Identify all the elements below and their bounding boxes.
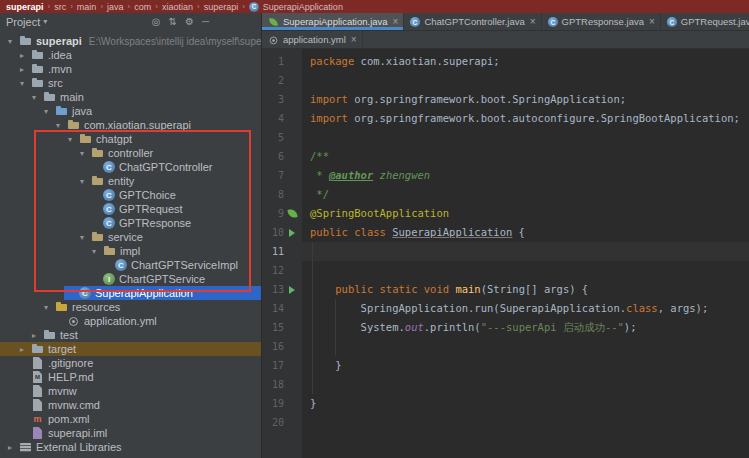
chevron-down-icon[interactable]: ▾ [41, 303, 51, 312]
tree-item-label: GPTResponse [119, 217, 191, 229]
breadcrumb-item-SuperapiApplication[interactable]: SuperapiApplication [262, 2, 344, 12]
editor-line-6: 6/** [262, 147, 749, 166]
hide-panel-icon[interactable]: ─ [202, 16, 209, 27]
tree-item-label: application.yml [84, 315, 157, 327]
tree-item-ChatGPTController[interactable]: CChatGPTController [0, 160, 261, 174]
close-tab-icon[interactable]: × [393, 16, 399, 27]
package-icon [91, 147, 104, 159]
file-icon [31, 357, 44, 369]
line-number: 6 [262, 147, 284, 166]
tree-item-application.yml[interactable]: application.yml [0, 314, 261, 328]
tree-item-superapi.iml[interactable]: superapi.iml [0, 426, 261, 440]
tree-item-mvnw[interactable]: mvnw [0, 384, 261, 398]
tree-item-main[interactable]: ▾main [0, 90, 261, 104]
chevron-right-icon[interactable]: ▸ [17, 51, 27, 60]
tree-item-GPTChoice[interactable]: CGPTChoice [0, 188, 261, 202]
chevron-down-icon[interactable]: ▾ [77, 149, 87, 158]
editor-line-2: 2 [262, 71, 749, 90]
tree-item-superapi[interactable]: ▾superapiE:\Workspaces\intellij idea\mys… [0, 34, 261, 48]
breadcrumb-item-superapi[interactable]: superapi [203, 2, 240, 12]
tree-item-controller[interactable]: ▾controller [0, 146, 261, 160]
line-number: 11 [262, 242, 284, 261]
tab-application.yml[interactable]: application.yml× [262, 31, 363, 48]
tree-item-label: HELP.md [48, 371, 94, 383]
chevron-down-icon[interactable]: ▾ [65, 135, 75, 144]
close-tab-icon[interactable]: × [351, 34, 357, 45]
tree-item-entity[interactable]: ▾entity [0, 174, 261, 188]
chevron-right-icon[interactable]: ▸ [17, 345, 27, 354]
chevron-down-icon[interactable]: ▾ [53, 121, 63, 130]
tab-GPTResponse.java[interactable]: CGPTResponse.java× [542, 13, 661, 30]
breadcrumb-item-superapi[interactable]: superapi [5, 2, 45, 12]
chevron-right-icon[interactable]: ▸ [5, 443, 15, 452]
expand-collapse-icon[interactable]: ⇅ [169, 16, 177, 27]
breadcrumb-item-java[interactable]: java [106, 2, 125, 12]
tree-item-.idea[interactable]: ▸.idea [0, 48, 261, 62]
libs-icon [19, 441, 32, 453]
tree-item-service[interactable]: ▾service [0, 230, 261, 244]
tab-SuperapiApplication.java[interactable]: SuperapiApplication.java× [262, 13, 404, 30]
tab-ChatGPTController.java[interactable]: CChatGPTController.java× [404, 13, 541, 30]
breadcrumb-item-com[interactable]: com [133, 2, 152, 12]
chevron-down-icon[interactable]: ▾ [5, 37, 15, 46]
chevron-down-icon[interactable]: ▾ [29, 93, 39, 102]
chevron-down-icon[interactable]: ▾ [77, 233, 87, 242]
tree-item-com.xiaotian.superapi[interactable]: ▾com.xiaotian.superapi [0, 118, 261, 132]
editor-line-11: 11 [262, 242, 749, 261]
tree-item-label: superapi [36, 35, 82, 47]
code-line: public static void main(String[] args) { [302, 280, 749, 299]
breadcrumb-separator: › [155, 2, 158, 11]
leaf-icon [268, 16, 279, 26]
run-button[interactable] [284, 229, 300, 237]
tree-item-SuperapiApplication[interactable]: CSuperapiApplication [0, 286, 261, 300]
locate-file-icon[interactable]: ◎ [152, 16, 161, 27]
run-button[interactable] [284, 286, 300, 294]
tree-item-ChartGPTService[interactable]: IChartGPTService [0, 272, 261, 286]
class-icon: C [103, 203, 115, 215]
tree-item-chatgpt[interactable]: ▾chatgpt [0, 132, 261, 146]
tree-item-target[interactable]: ▸target [0, 342, 261, 356]
tree-item-impl[interactable]: ▾impl [0, 244, 261, 258]
spring-bean-icon[interactable] [284, 209, 300, 218]
tree-item-GPTRequest[interactable]: CGPTRequest [0, 202, 261, 216]
editor-line-18: 18 [262, 375, 749, 394]
tree-item-label: ChartGPTServiceImpl [131, 259, 238, 271]
gutter-cell: 13 [262, 280, 302, 299]
chevron-right-icon[interactable]: ▸ [29, 331, 39, 340]
tree-item-test[interactable]: ▸test [0, 328, 261, 342]
breadcrumb-item-src[interactable]: src [53, 2, 67, 12]
tree-item-mvnw.cmd[interactable]: mvnw.cmd [0, 398, 261, 412]
tree-item-.gitignore[interactable]: .gitignore [0, 356, 261, 370]
tree-item-External Libraries[interactable]: ▸External Libraries [0, 440, 261, 454]
chevron-down-icon[interactable]: ▾ [41, 107, 51, 116]
code-editor[interactable]: 1package com.xiaotian.superapi;23import … [262, 49, 749, 458]
close-tab-icon[interactable]: × [530, 16, 536, 27]
chevron-right-icon[interactable]: ▸ [17, 65, 27, 74]
tree-item-GPTResponse[interactable]: CGPTResponse [0, 216, 261, 230]
tree-item-resources[interactable]: ▾resources [0, 300, 261, 314]
chevron-down-icon[interactable]: ▾ [89, 247, 99, 256]
tree-item-src[interactable]: ▾src [0, 76, 261, 90]
tab-GPTRequest.java[interactable]: CGPTRequest.java× [661, 13, 749, 30]
package-icon [79, 133, 92, 145]
tree-item-HELP.md[interactable]: MHELP.md [0, 370, 261, 384]
settings-icon[interactable]: ⚙ [185, 16, 194, 27]
tree-item-.mvn[interactable]: ▸.mvn [0, 62, 261, 76]
editor-lines: 1package com.xiaotian.superapi;23import … [262, 52, 749, 432]
breadcrumb-item-main[interactable]: main [76, 2, 98, 12]
gutter-cell: 5 [262, 128, 302, 147]
tree-item-ChartGPTServiceImpl[interactable]: CChartGPTServiceImpl [0, 258, 261, 272]
class-icon: C [115, 259, 127, 271]
tree-item-label: com.xiaotian.superapi [84, 119, 191, 131]
editor-line-17: 17 } [262, 356, 749, 375]
main-area: Project ▾ ◎⇅⚙─ ▾superapiE:\Workspaces\in… [0, 13, 749, 458]
editor-line-20: 20 [262, 413, 749, 432]
project-tool-window-selector[interactable]: Project ▾ [6, 16, 47, 28]
tree-item-pom.xml[interactable]: mpom.xml [0, 412, 261, 426]
close-tab-icon[interactable]: × [649, 16, 655, 27]
breadcrumb-item-xiaotian[interactable]: xiaotian [161, 2, 194, 12]
tree-item-java[interactable]: ▾java [0, 104, 261, 118]
chevron-down-icon[interactable]: ▾ [17, 79, 27, 88]
editor-area: SuperapiApplication.java×CChatGPTControl… [262, 13, 749, 458]
chevron-down-icon[interactable]: ▾ [77, 177, 87, 186]
